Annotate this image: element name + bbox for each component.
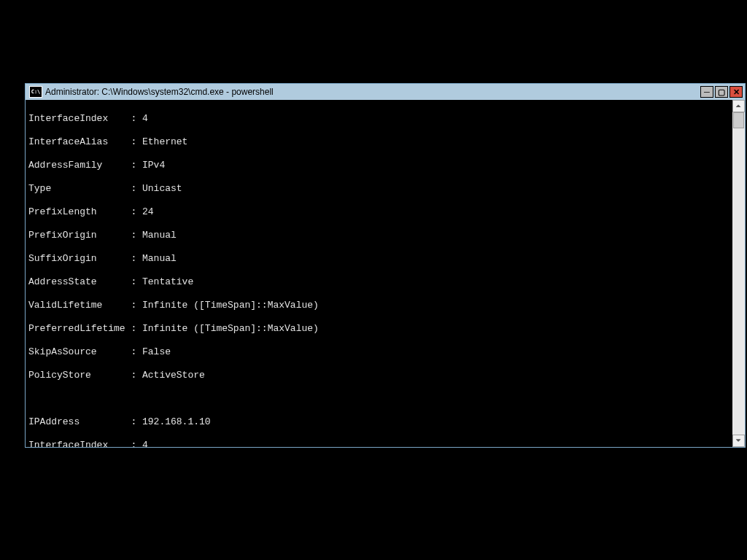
output-line: InterfaceAlias : Ethernet — [28, 136, 729, 148]
output-line: Type : Unicast — [28, 183, 729, 195]
output-line: PreferredLifetime : Infinite ([TimeSpan]… — [28, 323, 729, 335]
vertical-scrollbar[interactable]: ⏶ ⏷ — [732, 100, 745, 447]
output-line: ValidLifetime : Infinite ([TimeSpan]::Ma… — [28, 300, 729, 311]
maximize-button[interactable]: ▢ — [715, 86, 728, 98]
chevron-up-icon: ⏶ — [735, 102, 742, 110]
scroll-up-button[interactable]: ⏶ — [732, 100, 745, 112]
output-line: PrefixOrigin : Manual — [28, 230, 729, 241]
output-line: PrefixLength : 24 — [28, 206, 729, 218]
output-line: AddressFamily : IPv4 — [28, 160, 729, 171]
window-title: Administrator: C:\Windows\system32\cmd.e… — [45, 87, 274, 97]
chevron-down-icon: ⏷ — [735, 437, 742, 445]
output-line: SkipAsSource : False — [28, 346, 729, 358]
close-button[interactable]: ✕ — [729, 86, 743, 98]
cmd-icon: C:\ — [29, 86, 42, 98]
output-line: InterfaceIndex : 4 — [28, 113, 729, 125]
cmd-window: C:\ Administrator: C:\Windows\system32\c… — [25, 83, 746, 448]
terminal-output[interactable]: InterfaceIndex : 4 InterfaceAlias : Ethe… — [26, 100, 732, 447]
output-line: InterfaceIndex : 4 — [28, 440, 729, 447]
output-line: SuffixOrigin : Manual — [28, 253, 729, 265]
client-area: InterfaceIndex : 4 InterfaceAlias : Ethe… — [26, 100, 745, 447]
minimize-button[interactable]: ─ — [700, 86, 713, 98]
titlebar[interactable]: C:\ Administrator: C:\Windows\system32\c… — [26, 84, 745, 100]
output-line: IPAddress : 192.168.1.10 — [28, 416, 729, 428]
window-buttons: ─ ▢ ✕ — [700, 86, 745, 98]
output-line: AddressState : Tentative — [28, 276, 729, 288]
scroll-down-button[interactable]: ⏷ — [732, 435, 745, 447]
scroll-track[interactable] — [732, 112, 745, 435]
output-line: PolicyStore : ActiveStore — [28, 370, 729, 381]
scroll-thumb[interactable] — [733, 112, 744, 128]
